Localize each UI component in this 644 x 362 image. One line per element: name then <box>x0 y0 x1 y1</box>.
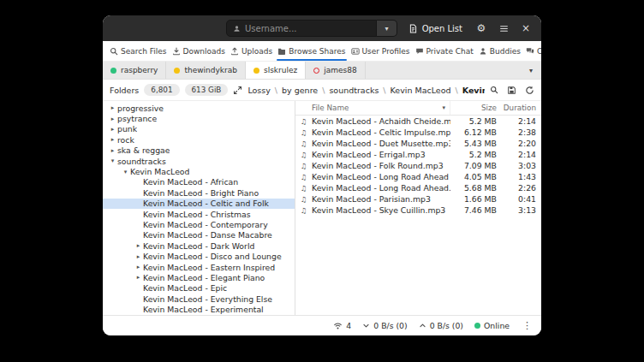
expand-arrow-icon[interactable]: ▸ <box>108 104 117 111</box>
column-header-duration[interactable]: Duration <box>500 104 541 112</box>
app-window: ▾ Open List ⚙ × Search FilesDow <box>103 15 541 335</box>
tree-item-label: Kevin MacLeod - Bright Piano <box>143 188 259 198</box>
breadcrumb-separator: \ <box>383 86 385 95</box>
save-icon <box>507 86 516 95</box>
save-shares-button[interactable] <box>507 86 516 95</box>
file-row[interactable]: ♫Kevin MacLeod - Errigal.mp35.2 MB2:14 <box>295 149 541 160</box>
music-note-icon: ♫ <box>295 173 312 181</box>
tab-buddies[interactable]: Buddies <box>476 41 523 61</box>
file-row[interactable]: ♫Kevin MacLeod - Long Road Ahead B.mp34.… <box>295 171 541 182</box>
user-tab-thewindykrab[interactable]: thewindykrab <box>166 62 246 79</box>
tab-user-profiles[interactable]: User Profiles <box>349 41 413 61</box>
file-duration: 2:14 <box>500 150 541 159</box>
username-entry[interactable] <box>226 20 377 37</box>
tree-item-label: Kevin MacLeod - Contemporary <box>143 220 268 229</box>
tab-chat-rooms[interactable]: Chat Rooms <box>523 41 541 61</box>
gear-icon: ⚙ <box>477 23 486 33</box>
hamburger-icon <box>499 24 509 33</box>
tree-item[interactable]: Kevin MacLeod - Epic <box>103 283 295 294</box>
expand-arrow-icon[interactable]: ▸ <box>108 126 117 133</box>
tree-item[interactable]: ▸rock <box>103 134 295 145</box>
tab-uploads[interactable]: Uploads <box>228 41 275 61</box>
open-list-button[interactable]: Open List <box>403 21 468 36</box>
statusbar-menu-button[interactable]: ⋮ <box>521 320 534 331</box>
tab-label: Downloads <box>183 47 225 56</box>
close-button[interactable]: × <box>517 20 534 37</box>
username-combo: ▾ <box>226 20 397 37</box>
file-duration: 0:41 <box>500 194 541 204</box>
file-row[interactable]: ♫Kevin MacLeod - Celtic Impulse.mp36.12 … <box>295 127 541 138</box>
file-size: 5.2 MB <box>450 150 500 159</box>
file-row[interactable]: ♫Kevin MacLeod - Skye Cuillin.mp37.46 MB… <box>295 205 541 216</box>
status-offline-icon <box>313 68 319 74</box>
tree-item[interactable]: Kevin MacLeod - African <box>103 177 295 187</box>
expand-arrow-icon[interactable]: ▸ <box>134 253 143 260</box>
tree-item[interactable]: Kevin MacLeod - Danse Macabre <box>103 230 295 240</box>
search-shares-button[interactable] <box>490 86 498 94</box>
expand-button[interactable] <box>233 86 242 95</box>
file-table-header: File Name ▾ Size Duration <box>295 101 541 116</box>
tree-item[interactable]: Kevin MacLeod - Everything Else <box>103 294 295 304</box>
online-status: Online <box>474 321 510 330</box>
file-row[interactable]: ♫Kevin MacLeod - Achaidh Cheide.mp35.2 M… <box>295 116 541 127</box>
tree-item-label: Kevin MacLeod - Experimental <box>143 305 264 314</box>
expand-arrow-icon[interactable]: ▸ <box>108 116 117 122</box>
user-tab-james88[interactable]: james88 <box>306 62 365 79</box>
file-table-body: ♫Kevin MacLeod - Achaidh Cheide.mp35.2 M… <box>295 116 541 216</box>
tree-item[interactable]: ▸punk <box>103 124 295 134</box>
expand-arrow-icon[interactable]: ▸ <box>108 147 117 154</box>
menu-button[interactable] <box>495 20 512 37</box>
music-note-icon: ♫ <box>295 195 312 204</box>
tree-item[interactable]: Kevin MacLeod - Bright Piano <box>103 187 295 198</box>
username-input[interactable] <box>245 24 370 33</box>
expand-arrow-icon[interactable]: ▸ <box>134 264 143 270</box>
column-header-file-name[interactable]: File Name ▾ <box>295 101 450 115</box>
tree-item[interactable]: ▾Kevin MacLeod <box>103 166 295 176</box>
tree-item-label: progressive <box>117 104 164 113</box>
user-tabs-row: raspberrythewindykrabslskrulezjames88 ▾ <box>103 62 541 80</box>
collapse-arrow-icon[interactable]: ▾ <box>108 157 117 164</box>
person-icon <box>233 25 241 33</box>
tree-item[interactable]: ▸progressive <box>103 103 295 113</box>
tree-item[interactable]: ▸Kevin MacLeod - Eastern Inspired <box>103 262 295 272</box>
expand-arrow-icon[interactable]: ▸ <box>134 242 143 249</box>
column-filter-button[interactable]: ▾ <box>442 104 450 111</box>
tree-item[interactable]: ▸Kevin MacLeod - Dark World <box>103 240 295 251</box>
online-status-icon <box>474 323 480 329</box>
file-size: 7.09 MB <box>450 161 500 170</box>
tree-item[interactable]: Kevin MacLeod - Christmas <box>103 209 295 219</box>
open-list-label: Open List <box>422 24 462 33</box>
column-header-size[interactable]: Size <box>450 104 500 112</box>
file-row[interactable]: ♫Kevin MacLeod - Folk Round.mp37.09 MB3:… <box>295 160 541 171</box>
username-dropdown-button[interactable]: ▾ <box>377 20 397 37</box>
tab-search-files[interactable]: Search Files <box>107 41 170 61</box>
preferences-button[interactable]: ⚙ <box>473 20 490 37</box>
tab-browse-shares[interactable]: Browse Shares <box>275 41 348 61</box>
collapse-arrow-icon[interactable]: ▾ <box>121 169 130 175</box>
breadcrumb-current-folder[interactable]: Kevin MacLeod - Celtic and Folk▾ <box>462 86 485 95</box>
user-tab-slskrulez[interactable]: slskrulez <box>246 62 306 79</box>
tree-item[interactable]: Kevin MacLeod - Experimental <box>103 304 295 314</box>
tree-item[interactable]: Kevin MacLeod - Contemporary <box>103 219 295 229</box>
expand-arrow-icon[interactable]: ▸ <box>108 136 117 143</box>
user-tabs-overflow-button[interactable]: ▾ <box>521 62 541 79</box>
chevron-down-icon: ▾ <box>442 104 445 111</box>
tree-item[interactable]: ▸Kevin MacLeod - Elegant Piano <box>103 272 295 282</box>
user-tab-raspberry[interactable]: raspberry <box>103 62 166 79</box>
breadcrumb-current-label: Kevin MacLeod - Celtic and Folk <box>462 86 485 95</box>
user-tab-label: raspberry <box>121 66 158 74</box>
file-row[interactable]: ♫Kevin MacLeod - Parisian.mp31.66 MB0:41 <box>295 193 541 205</box>
file-duration: 2:38 <box>500 128 541 137</box>
tree-item[interactable]: ▾soundtracks <box>103 156 295 166</box>
refresh-button[interactable] <box>525 86 534 95</box>
tab-downloads[interactable]: Downloads <box>170 41 228 61</box>
tab-private-chat[interactable]: Private Chat <box>413 41 476 61</box>
expand-arrow-icon[interactable]: ▸ <box>134 274 143 281</box>
tree-item[interactable]: ▸Kevin MacLeod - Disco and Lounge <box>103 251 295 261</box>
tree-item[interactable]: Kevin MacLeod - Celtic and Folk <box>103 199 295 209</box>
tree-item[interactable]: ▸ska & reggae <box>103 145 295 156</box>
share-size-badge: 613 GiB <box>185 84 229 96</box>
file-row[interactable]: ♫Kevin MacLeod - Duet Musette.mp35.43 MB… <box>295 138 541 149</box>
file-row[interactable]: ♫Kevin MacLeod - Long Road Ahead.mp35.68… <box>295 182 541 193</box>
tree-item[interactable]: ▸psytrance <box>103 113 295 123</box>
